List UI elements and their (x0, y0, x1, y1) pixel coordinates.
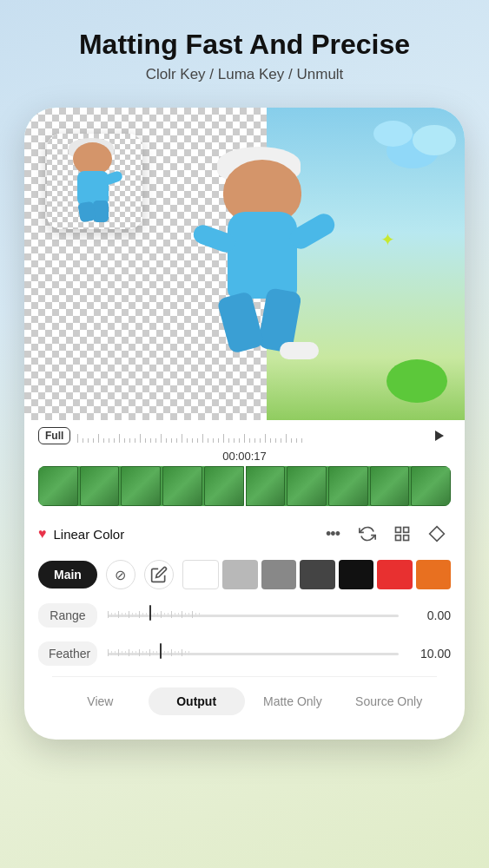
no-sign-icon: ⊘ (115, 567, 126, 583)
film-frame (80, 466, 120, 506)
timeline-controls: Full (24, 420, 465, 448)
controls-section: ♥ Linear Color ••• (24, 506, 465, 719)
timeline-area: Full (24, 420, 465, 506)
swatch-orange[interactable] (416, 560, 451, 589)
play-button[interactable] (435, 431, 444, 441)
cloud-3 (413, 125, 456, 155)
header-section: Matting Fast And Precise Clolr Key / Lum… (0, 0, 489, 97)
feather-slider-row: Feather (38, 635, 451, 673)
film-frame (287, 466, 327, 506)
range-label: Range (38, 603, 97, 628)
refresh-button[interactable] (354, 520, 381, 548)
tab-output[interactable]: Output (149, 687, 245, 715)
color-tools-row: Main ⊘ (38, 553, 451, 596)
film-frame (328, 466, 368, 506)
svg-rect-3 (404, 536, 409, 541)
diamond-button[interactable] (423, 520, 451, 548)
char-leg-left (216, 291, 264, 354)
swatch-white[interactable] (182, 560, 219, 589)
bottom-tabs: View Output Matte Only Source Only (38, 677, 451, 719)
range-slider-track[interactable] (108, 615, 399, 617)
range-slider-row: Range (38, 596, 451, 635)
feather-label: Feather (38, 641, 97, 666)
film-frame (204, 466, 244, 506)
heart-icon: ♥ (38, 526, 47, 542)
refresh-icon (359, 525, 376, 542)
sparkle-decoration: ✦ (380, 229, 395, 250)
svg-rect-1 (404, 528, 409, 533)
film-frame (121, 466, 161, 506)
char-arm-right (286, 210, 338, 253)
more-options-button[interactable]: ••• (319, 520, 347, 548)
swatch-light-gray[interactable] (222, 560, 257, 589)
linear-color-row: ♥ Linear Color ••• (38, 515, 451, 553)
tc-leg1 (93, 201, 109, 222)
full-badge[interactable]: Full (38, 427, 70, 444)
svg-rect-0 (396, 528, 401, 533)
three-dots-icon: ••• (326, 525, 340, 543)
tab-view[interactable]: View (52, 687, 149, 715)
linear-color-label: Linear Color (54, 527, 313, 542)
swatch-mid-gray[interactable] (261, 560, 296, 589)
no-sign-button[interactable]: ⊘ (106, 560, 135, 589)
grid-button[interactable] (388, 520, 416, 548)
swatch-black[interactable] (339, 560, 373, 589)
swatch-red[interactable] (377, 560, 412, 589)
char-body (228, 212, 297, 299)
filmstrip-playhead (244, 466, 246, 506)
swatch-dark-gray[interactable] (300, 560, 334, 589)
pencil-icon (150, 566, 168, 583)
tab-matte-only[interactable]: Matte Only (245, 687, 341, 715)
subtitle: Clolr Key / Luma Key / Unmult (17, 66, 472, 83)
svg-rect-2 (396, 536, 401, 541)
main-button[interactable]: Main (38, 561, 97, 589)
character-main (175, 142, 349, 385)
film-frame (370, 466, 410, 506)
filmstrip[interactable] (38, 466, 451, 506)
tree-decoration (387, 359, 447, 403)
feather-slider-track[interactable] (108, 653, 399, 655)
svg-marker-4 (430, 527, 445, 542)
thumbnail-card (47, 134, 142, 229)
tab-source-only[interactable]: Source Only (340, 687, 437, 715)
timeline-ruler[interactable] (77, 429, 428, 443)
film-frame (162, 466, 202, 506)
video-preview: ✦ (24, 108, 465, 420)
film-frame (38, 466, 78, 506)
pencil-button[interactable] (144, 560, 174, 589)
phone-card: ✦ Full (24, 108, 465, 740)
main-title: Matting Fast And Precise (17, 28, 472, 61)
feather-value: 10.00 (409, 647, 451, 661)
timecode: 00:00:17 (24, 448, 465, 466)
film-frame (411, 466, 451, 506)
diamond-icon (428, 525, 446, 542)
thumb-character (60, 138, 125, 225)
grid-icon (393, 525, 411, 542)
range-value: 0.00 (409, 608, 451, 622)
char-shoe-right (280, 342, 319, 359)
tc-leg2 (77, 201, 96, 223)
film-frame (246, 466, 286, 506)
color-swatches (182, 560, 451, 589)
